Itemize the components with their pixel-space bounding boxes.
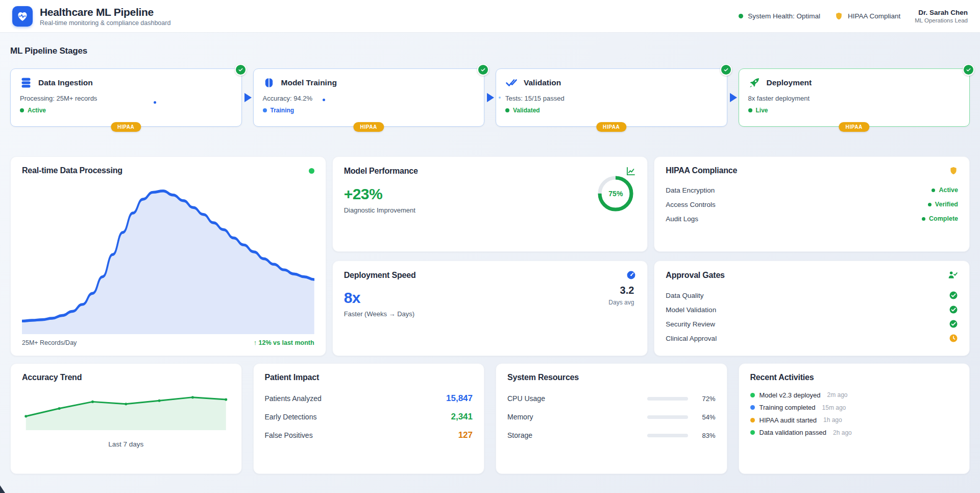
model-performance-card: Model Performance +23% Diagnostic Improv… — [332, 156, 648, 252]
activity-item: Model v2.3 deployed 2m ago — [750, 389, 959, 402]
progress-bar — [647, 415, 688, 419]
stage-card-data-ingestion: Data Ingestion Processing: 25M+ records … — [10, 68, 242, 127]
activity-text: HIPAA audit started — [760, 416, 817, 424]
page-subtitle: Real-time monitoring & compliance dashbo… — [40, 19, 170, 27]
stage-detail: Processing: 25M+ records — [20, 95, 232, 102]
database-icon — [20, 77, 32, 89]
resource-percent: 54% — [693, 413, 716, 421]
stage-status-label: Validated — [513, 107, 540, 114]
approval-label: Model Validation — [666, 306, 716, 314]
compliance-status: Complete — [929, 215, 958, 222]
activity-item: Training completed 15m ago — [750, 402, 959, 414]
section-title-pipeline: ML Pipeline Stages — [10, 46, 970, 56]
check-badge-icon — [963, 64, 974, 76]
activity-item: HIPAA audit started 1h ago — [750, 414, 959, 427]
patient-impact-card: Patient Impact Patients Analyzed 15,847 … — [253, 363, 485, 474]
approval-row: Clinical Approval — [666, 331, 958, 345]
stage-status-label: Training — [271, 107, 295, 114]
check-badge-icon — [720, 64, 732, 76]
hipaa-badge-label: HIPAA Compliant — [848, 12, 900, 20]
compliance-label: Data Encryption — [666, 186, 715, 194]
compliance-row: Access Controls Verified — [666, 197, 958, 212]
compliance-status: Verified — [935, 201, 958, 208]
progress-bar — [647, 434, 688, 437]
progress-ring-label: 75% — [597, 175, 634, 212]
accuracy-trend-card: Accuracy Trend Last 7 days — [10, 363, 242, 474]
stage-status-label: Active — [28, 107, 46, 114]
card-title: Approval Gates — [666, 271, 724, 280]
status-dot-icon — [932, 189, 935, 192]
hipaa-pill-badge: HIPAA — [839, 122, 869, 132]
stage-detail: Tests: 15/15 passed — [505, 95, 718, 102]
activity-dot-icon — [750, 393, 755, 397]
deployment-speed-card: Deployment Speed 8x Faster (Weeks → Days… — [332, 261, 648, 356]
app-header: Healthcare ML Pipeline Real-time monitor… — [0, 0, 980, 33]
user-check-icon — [948, 270, 958, 280]
chart-footer-delta: ↑ 12% vs last month — [254, 339, 314, 346]
stage-title: Deployment — [767, 78, 812, 87]
user-name: Dr. Sarah Chen — [915, 9, 968, 16]
check-badge-icon — [235, 64, 247, 76]
speed-value: 8x — [344, 289, 636, 307]
card-title: Patient Impact — [265, 373, 320, 382]
bottom-left-corner-artifact — [0, 485, 5, 493]
health-dot-icon — [739, 14, 743, 18]
activity-text: Data validation passed — [760, 429, 827, 436]
days-avg-value: 3.2 — [608, 285, 634, 296]
approval-label: Security Review — [666, 320, 715, 328]
resource-row: CPU Usage 72% — [507, 389, 716, 408]
card-title: Model Performance — [344, 167, 418, 176]
pipeline-stages: Data Ingestion Processing: 25M+ records … — [10, 68, 970, 127]
flow-particle-icon — [154, 101, 156, 104]
approval-row: Security Review — [666, 317, 958, 331]
performance-label: Diagnostic Improvement — [344, 206, 636, 214]
gauge-icon — [626, 270, 636, 280]
resource-label: CPU Usage — [507, 394, 647, 403]
resource-row: Storage 83% — [507, 426, 716, 444]
stage-card-deployment: Deployment 8x faster deployment Live HIP… — [739, 68, 970, 127]
compliance-label: Access Controls — [666, 201, 716, 208]
check-circle-icon — [949, 291, 958, 300]
impact-label: Patients Analyzed — [265, 394, 322, 403]
impact-label: Early Detections — [265, 413, 317, 421]
shield-icon — [835, 12, 843, 20]
activity-item: Data validation passed 2h ago — [750, 427, 959, 439]
user-info: Dr. Sarah Chen ML Operations Lead — [915, 9, 968, 24]
resource-label: Storage — [507, 431, 647, 439]
impact-label: False Positives — [265, 431, 313, 439]
stage-card-model-training: Model Training Accuracy: 94.2% Training … — [253, 68, 485, 127]
flow-particle-icon — [499, 97, 501, 99]
stage-title: Data Ingestion — [38, 78, 93, 87]
status-dot-icon — [263, 108, 267, 112]
status-dot-icon — [748, 108, 752, 112]
performance-value: +23% — [344, 185, 636, 203]
progress-ring: 75% — [597, 175, 634, 212]
card-title: Accuracy Trend — [22, 373, 82, 382]
approval-row: Model Validation — [666, 302, 958, 317]
progress-bar — [647, 397, 688, 401]
hipaa-pill-badge: HIPAA — [596, 122, 626, 132]
impact-value: 2,341 — [451, 412, 473, 422]
check-badge-icon — [477, 64, 489, 76]
impact-row: Early Detections 2,341 — [265, 408, 473, 426]
clock-pending-icon — [949, 334, 958, 343]
stage-detail: Accuracy: 94.2% — [263, 95, 475, 102]
rocket-icon — [748, 77, 761, 89]
chart-footer-left: 25M+ Records/Day — [22, 339, 77, 346]
resource-percent: 72% — [693, 395, 716, 403]
card-title: Recent Activities — [750, 373, 814, 382]
realtime-processing-card: Real-time Data Processing 25M+ Records/D… — [10, 156, 326, 356]
impact-value: 127 — [458, 430, 473, 440]
stage-title: Validation — [524, 78, 561, 87]
resource-row: Memory 54% — [507, 408, 716, 426]
double-check-icon — [505, 77, 518, 89]
app-logo — [12, 6, 33, 27]
trend-caption: Last 7 days — [22, 440, 230, 448]
card-title: System Resources — [507, 373, 579, 382]
activity-dot-icon — [750, 430, 755, 435]
speed-label: Faster (Weeks → Days) — [344, 310, 636, 318]
hipaa-compliance-badge: HIPAA Compliant — [835, 12, 900, 20]
hipaa-pill-badge: HIPAA — [111, 122, 141, 132]
status-dot-icon — [505, 108, 509, 112]
approval-gates-card: Approval Gates Data Quality Model Valida… — [654, 261, 970, 356]
